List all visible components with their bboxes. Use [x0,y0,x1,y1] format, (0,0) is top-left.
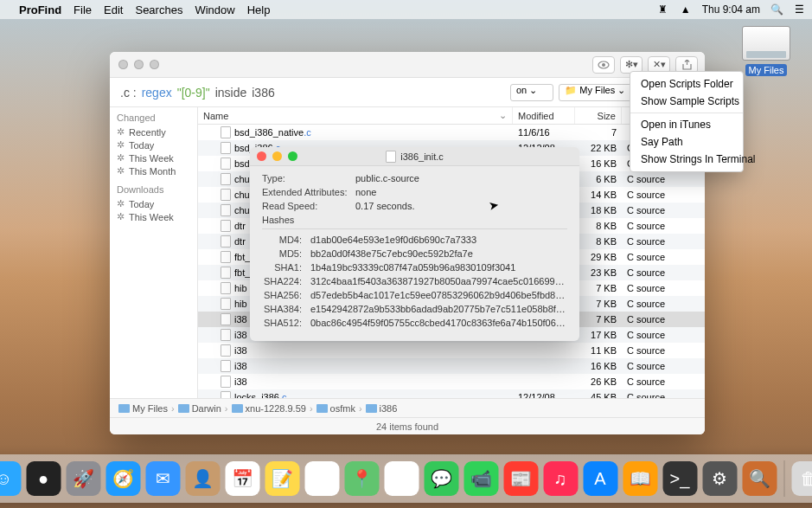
dock-calendar[interactable]: 📅 [225,461,259,496]
table-row[interactable]: i3816 KBC source [198,358,705,374]
menu-window[interactable]: Window [195,3,234,16]
sidebar-item-label: Today [129,199,154,209]
sidebar-item[interactable]: ✲This Month [117,164,190,177]
menu-item[interactable]: Say Path [630,133,743,151]
dock-mail[interactable]: ✉ [145,461,180,496]
info-key: Read Speed: [262,201,355,211]
path-segment[interactable]: xnu-1228.9.59 [232,403,306,414]
dock-appstore[interactable]: A [583,461,617,496]
dock-reminders[interactable]: ☑ [304,461,339,496]
dock-itunes[interactable]: ♫ [543,461,578,496]
cell-size: 7 KB [575,283,622,293]
menu-item[interactable]: Show Strings In Terminal [630,151,743,168]
sidebar-group-title: Changed [117,113,190,123]
cell-size: 18 KB [575,205,622,215]
file-name: dtr [234,236,246,247]
sidebar-item[interactable]: ✲This Week [117,151,190,164]
cell-size: 22 KB [575,143,622,153]
dock-books[interactable]: 📖 [623,461,657,496]
info-hash-title: Hashes [262,215,355,225]
dock-terminal[interactable]: >_ [662,461,697,496]
sidebar-item[interactable]: ✲Today [117,197,190,210]
spotlight-icon[interactable]: 🔍 [770,3,783,16]
dock-siri[interactable]: ● [26,461,61,496]
cell-size: 7 KB [575,299,622,309]
dock-profind[interactable]: 🔍 [742,461,777,496]
dock-messages[interactable]: 💬 [424,461,458,496]
col-size[interactable]: Size [575,107,622,124]
info-minimize-button[interactable] [272,151,282,161]
menu-item[interactable]: Show Sample Scripts [630,93,743,110]
dock-trash[interactable]: 🗑 [791,461,812,496]
close-button[interactable] [118,60,128,69]
info-zoom-button[interactable] [288,151,297,161]
hash-key: MD5: [262,248,310,259]
cell-size: 29 KB [575,252,622,262]
desktop-disk[interactable]: My Files [736,26,796,76]
dock-facetime[interactable]: 📹 [464,461,498,496]
sidebar-item-label: This Week [129,153,174,164]
dock-util[interactable]: ⚙ [702,461,737,496]
menu-help[interactable]: Help [247,3,271,16]
status-icon[interactable]: ▲ [680,3,692,16]
file-name: fbt_ [234,267,250,278]
table-row[interactable]: i3811 KBC source [198,343,705,358]
dock-safari[interactable]: 🧭 [105,461,140,496]
sidebar-item[interactable]: ✲Today [117,138,190,151]
chevron-icon: › [359,403,362,414]
cell-size: 11 KB [575,345,622,356]
file-icon [221,313,231,325]
file-name: chu [234,174,250,184]
query-bar[interactable]: .c : regex "[0-9]" inside i386 on ⌄ 📁 My… [110,78,705,107]
menu-file[interactable]: File [74,3,92,16]
path-segment[interactable]: My Files [118,403,168,414]
dock-maps[interactable]: 📍 [344,461,379,496]
file-icon [221,204,231,216]
info-close-button[interactable] [257,151,266,161]
file-name: fbt_ [234,252,250,262]
folder-icon [316,404,328,413]
dock-photos[interactable]: ❀ [384,461,419,496]
path-segment[interactable]: Darwin [178,403,221,414]
dock-notes[interactable]: 📝 [265,461,299,496]
sidebar-item[interactable]: ✲Recently [117,125,190,138]
zoom-button[interactable] [150,60,159,69]
menu-item[interactable]: Open in iTunes [630,116,743,133]
titlebar[interactable]: ✻▾ ✕▾ [110,52,705,78]
table-row[interactable]: locks_i386.c12/12/0845 KBC source [198,389,705,398]
menubar-clock[interactable]: Thu 9:04 am [702,3,760,16]
path-bar[interactable]: My Files›Darwin›xnu-1228.9.59›osfmk›i386 [110,398,705,417]
quicklook-button[interactable] [592,56,615,74]
path-segment[interactable]: osfmk [316,403,355,414]
sidebar-item[interactable]: ✲This Week [117,210,190,223]
col-name[interactable]: Name⌄ [198,107,513,124]
info-value: none [355,187,567,197]
sidebar-item-label: This Month [129,166,176,177]
menu-item[interactable]: Open Scripts Folder [630,75,743,93]
minimize-button[interactable] [134,60,144,69]
cell-kind: C source [622,392,705,398]
query-pattern: "[0-9]" [177,86,210,100]
dock-contacts[interactable]: 👤 [185,461,220,496]
hash-key: SHA384: [262,304,310,314]
menu-edit[interactable]: Edit [104,3,123,16]
hash-key: SHA1: [262,262,310,273]
path-segment[interactable]: i386 [366,403,398,414]
dock-news[interactable]: 📰 [503,461,538,496]
dock-finder[interactable]: ☺ [0,461,21,496]
cell-kind: C source [622,221,705,231]
menu-searches[interactable]: Searches [135,3,182,16]
app-name[interactable]: ProFind [19,3,61,16]
cell-modified: 12/12/08 [513,392,575,398]
dock-launchpad[interactable]: 🚀 [66,461,100,496]
gear-icon: ✲ [117,211,125,222]
info-titlebar[interactable]: i386_init.c [250,147,579,166]
dock-separator [783,460,784,497]
chess-icon[interactable]: ♜ [657,3,669,16]
scope-on-select[interactable]: on ⌄ [510,84,553,101]
cell-kind: C source [622,361,705,371]
control-center-icon[interactable]: ☰ [793,3,805,16]
table-row[interactable]: i3826 KBC source [198,374,705,389]
col-modified[interactable]: Modified [513,107,575,124]
cell-kind: C source [622,174,705,184]
